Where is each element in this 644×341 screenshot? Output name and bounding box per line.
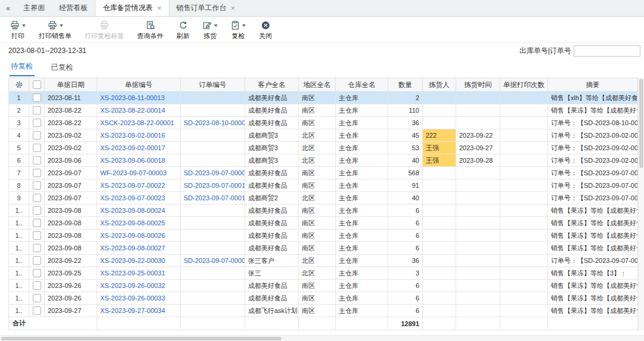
row-number[interactable]: 9	[9, 192, 29, 204]
col-header-cust[interactable]: 客户全名	[245, 78, 299, 92]
order-number-link[interactable]: SD-2023-09-07-00005	[184, 257, 245, 264]
doc-number-link[interactable]: XS-2023-09-06-00018	[100, 157, 165, 164]
toolbar-button-2[interactable]: 打印销售单	[36, 20, 75, 41]
row-number[interactable]: 1	[9, 92, 29, 104]
row-number[interactable]: 4	[9, 129, 29, 142]
tab-close-icon[interactable]: ×	[231, 4, 236, 12]
doc-number-link[interactable]: XS-2023-09-26-00033	[100, 294, 165, 302]
row-number[interactable]: 1..	[9, 280, 29, 292]
row-checkbox[interactable]	[33, 219, 41, 227]
row-checkbox[interactable]	[33, 156, 41, 165]
dropdown-caret-icon[interactable]	[214, 24, 218, 27]
col-header-ptime[interactable]: 拣货时间	[456, 78, 500, 92]
row-number[interactable]: 1..	[9, 230, 29, 242]
col-header-doc[interactable]: 单据编号	[97, 78, 181, 92]
doc-number-link[interactable]: XS-2023-09-02-00016	[100, 132, 165, 139]
col-header-order[interactable]: 订单编号	[181, 78, 245, 92]
doc-number-link[interactable]: XS-2023-09-08-00027	[100, 244, 165, 252]
table-row[interactable]: 1..2023-09-26XS-2023-09-26-00033成都美好食品南区…	[9, 292, 638, 305]
col-header-wh[interactable]: 仓库全名	[336, 78, 388, 92]
doc-number-link[interactable]: XS-2023-09-02-00017	[100, 144, 165, 151]
table-row[interactable]: 62023-09-06XS-2023-09-06-00018成都商贸3北区主仓库…	[9, 154, 638, 167]
doc-number-link[interactable]: XS-2023-08-11-00013	[100, 94, 165, 101]
row-number[interactable]: 8	[9, 179, 29, 192]
table-row[interactable]: 52023-09-02XS-2023-09-02-00017成都商贸3北区主仓库…	[9, 142, 638, 154]
doc-number-link[interactable]: XS-2023-09-25-00031	[100, 269, 165, 277]
table-row[interactable]: 42023-09-02XS-2023-09-02-00016成都商贸3北区主仓库…	[9, 129, 638, 142]
order-number-link[interactable]: SD-2023-08-10-00002	[184, 119, 245, 126]
vertical-scrollbar[interactable]	[638, 78, 644, 330]
toolbar-button-5[interactable]: 刷新	[174, 20, 193, 41]
order-search-input[interactable]	[574, 45, 640, 57]
view-tab-1[interactable]: 待复检	[10, 61, 35, 76]
dropdown-caret-icon[interactable]	[22, 24, 26, 27]
row-number[interactable]: 1..	[9, 242, 29, 255]
order-number-link[interactable]: SD-2023-09-07-00014	[184, 194, 245, 202]
row-checkbox[interactable]	[33, 206, 41, 215]
doc-number-link[interactable]: XS-2023-08-22-00014	[100, 107, 165, 114]
row-number[interactable]: 7	[9, 167, 29, 179]
doc-number-link[interactable]: XS-2023-09-07-00022	[100, 182, 165, 189]
row-checkbox[interactable]	[33, 181, 41, 190]
table-row[interactable]: 1..2023-09-27XS-2023-09-27-00034成都飞行ask计…	[9, 305, 638, 317]
table-row[interactable]: 22023-08-22XS-2023-08-22-00014成都美好食品南区主仓…	[9, 104, 638, 117]
doc-number-link[interactable]: XS-2023-09-08-00025	[100, 219, 165, 227]
tab-item-3[interactable]: 仓库备货情况表×	[95, 0, 169, 16]
row-checkbox[interactable]	[33, 169, 41, 177]
doc-number-link[interactable]: XS-2023-09-22-00030	[100, 257, 165, 264]
collapse-tabs-button[interactable]: «	[0, 0, 16, 16]
row-checkbox[interactable]	[33, 106, 41, 114]
table-row[interactable]: 72023-09-07WF-2023-09-07-00003SD-2023-09…	[9, 167, 638, 179]
tab-item-1[interactable]: 主界面	[16, 0, 52, 16]
col-header-n[interactable]	[9, 78, 29, 92]
table-row[interactable]: 92023-09-07XS-2023-09-07-00023SD-2023-09…	[9, 192, 638, 204]
row-checkbox[interactable]	[33, 256, 41, 265]
table-row[interactable]: 1..2023-09-08XS-2023-09-08-00027成都美好食品南区…	[9, 242, 638, 255]
col-header-prints[interactable]: 单据打印次数	[500, 78, 548, 92]
doc-number-link[interactable]: XS-2023-09-08-00026	[100, 232, 165, 239]
table-row[interactable]: 1..2023-09-08XS-2023-09-08-00024成都美好食品南区…	[9, 204, 638, 217]
table-row[interactable]: 1..2023-09-26XS-2023-09-26-00032成都美好食品南区…	[9, 280, 638, 292]
row-checkbox[interactable]	[33, 144, 41, 152]
col-header-region[interactable]: 地区全名	[299, 78, 336, 92]
table-row[interactable]: 12023-08-11XS-2023-08-11-00013成都美好食品南区主仓…	[9, 92, 638, 104]
row-number[interactable]: 1..	[9, 255, 29, 267]
row-checkbox[interactable]	[33, 231, 41, 240]
table-row[interactable]: 82023-09-07XS-2023-09-07-00022SD-2023-09…	[9, 179, 638, 192]
row-checkbox[interactable]	[33, 194, 41, 202]
row-number[interactable]: 5	[9, 142, 29, 154]
order-number-link[interactable]: SD-2023-09-07-00009	[184, 169, 245, 176]
horizontal-scrollbar-thumb[interactable]	[1, 337, 281, 340]
table-row[interactable]: 1..2023-09-08XS-2023-09-08-00026成都美好食品南区…	[9, 230, 638, 242]
gear-icon[interactable]	[15, 80, 23, 89]
doc-number-link[interactable]: XSCK-2023-08-22-00001	[100, 119, 174, 126]
row-checkbox[interactable]	[33, 244, 41, 252]
row-checkbox[interactable]	[33, 306, 41, 315]
row-number[interactable]: 1..	[9, 292, 29, 305]
table-row[interactable]: 1..2023-09-25XS-2023-09-25-00031张三北区主仓库3…	[9, 267, 638, 280]
col-header-qty[interactable]: 数量	[388, 78, 423, 92]
row-number[interactable]: 1..	[9, 217, 29, 230]
col-header-picker[interactable]: 拣货人	[423, 78, 456, 92]
row-checkbox[interactable]	[33, 294, 41, 302]
col-header-summary[interactable]: 摘要	[548, 78, 638, 92]
doc-number-link[interactable]: XS-2023-09-27-00034	[100, 307, 165, 314]
row-checkbox[interactable]	[33, 269, 41, 277]
row-checkbox[interactable]	[33, 131, 41, 140]
table-row[interactable]: 1..2023-09-22XS-2023-09-22-00030SD-2023-…	[9, 255, 638, 267]
toolbar-button-4[interactable]: 查询条件	[134, 20, 166, 41]
col-header-check[interactable]	[29, 78, 45, 92]
doc-number-link[interactable]: XS-2023-09-07-00023	[100, 194, 165, 202]
doc-number-link[interactable]: XS-2023-09-26-00032	[100, 282, 165, 289]
toolbar-button-8[interactable]: 关闭	[256, 20, 275, 41]
toolbar-button-6[interactable]: 拣货	[200, 20, 221, 41]
table-row[interactable]: 1..2023-09-08XS-2023-09-08-00025成都美好食品南区…	[9, 217, 638, 230]
doc-number-link[interactable]: WF-2023-09-07-00003	[100, 169, 166, 176]
order-number-link[interactable]: SD-2023-09-07-00017	[184, 182, 245, 189]
tab-item-4[interactable]: 销售订单工作台×	[169, 0, 243, 16]
vertical-scrollbar-thumb[interactable]	[639, 79, 643, 168]
row-number[interactable]: 2	[9, 104, 29, 117]
doc-number-link[interactable]: XS-2023-09-08-00024	[100, 207, 165, 214]
row-number[interactable]: 1..	[9, 305, 29, 317]
toolbar-button-7[interactable]: 复检	[228, 20, 249, 41]
